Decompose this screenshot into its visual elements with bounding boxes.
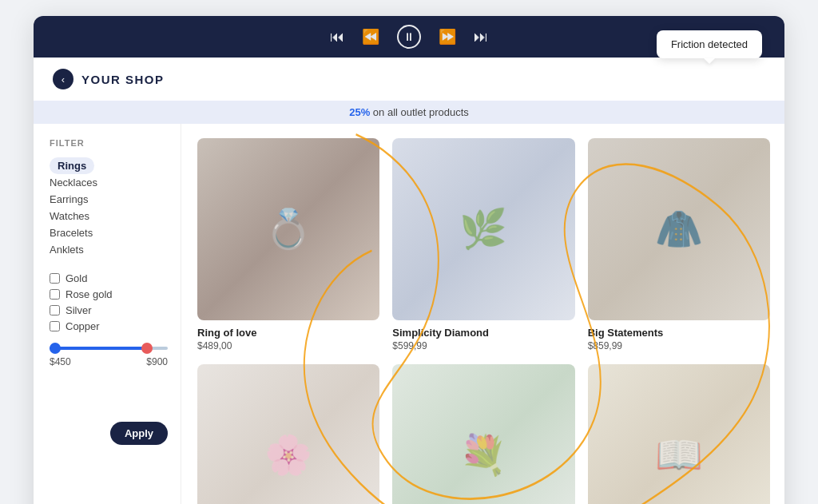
product-card-big-statements[interactable]: 🧥 Big Statements $859,99	[588, 138, 770, 351]
material-copper: Copper	[50, 320, 168, 332]
price-slider-track	[50, 347, 168, 350]
product-image-row2-2: 💐	[392, 364, 574, 504]
apply-button[interactable]: Apply	[110, 422, 168, 445]
product-card-simplicity-diamond[interactable]: 🌿 Simplicity Diamond $599,99	[392, 138, 574, 351]
skip-forward-button[interactable]: ⏭	[474, 30, 488, 44]
category-watches[interactable]: Watches	[50, 208, 168, 224]
product-image-row2-1: 🌸	[197, 364, 379, 504]
material-silver: Silver	[50, 304, 168, 316]
price-thumb-left[interactable]	[50, 343, 61, 354]
rewind-button[interactable]: ⏪	[362, 30, 379, 44]
app-window: Friction detected ⏮ ⏪ ⏸ ⏩ ⏭ ⚠ ‹ YOUR SHO…	[34, 16, 784, 504]
copper-label: Copper	[66, 320, 100, 332]
category-rings[interactable]: Rings	[50, 157, 94, 174]
friction-tooltip-text: Friction detected	[671, 38, 748, 50]
back-button[interactable]: ‹	[53, 69, 73, 89]
product-card-ring-of-love[interactable]: 💍 Ring of love $489,00	[197, 138, 379, 351]
price-min: $450	[50, 356, 71, 367]
silver-label: Silver	[66, 304, 92, 316]
product-card-row2-3[interactable]: 📖	[588, 364, 770, 504]
product-image-ring-of-love: 💍	[197, 138, 379, 320]
product-grid-area: 💍 Ring of love $489,00 🌿 Simplicity Diam…	[181, 124, 784, 504]
gold-label: Gold	[66, 272, 87, 284]
product-price-big-statements: $859,99	[588, 340, 770, 351]
friction-tooltip: Friction detected	[657, 30, 762, 58]
product-price-ring-of-love: $489,00	[197, 340, 379, 351]
checkbox-silver[interactable]	[50, 305, 60, 315]
price-max: $900	[146, 356, 168, 367]
product-name-ring-of-love: Ring of love	[197, 327, 379, 339]
product-image-row2-3: 📖	[588, 364, 770, 504]
playback-controls: ⏮ ⏪ ⏸ ⏩ ⏭	[330, 25, 488, 49]
rose-gold-label: Rose gold	[66, 288, 113, 300]
product-name-big-statements: Big Statements	[588, 327, 770, 339]
product-card-row2-1[interactable]: 🌸	[197, 364, 379, 504]
material-gold: Gold	[50, 272, 168, 284]
price-slider-fill	[50, 347, 144, 350]
checkbox-gold[interactable]	[50, 273, 60, 284]
material-filter: Gold Rose gold Silver Copper	[50, 272, 168, 332]
price-thumb-right[interactable]	[141, 343, 153, 354]
material-rose-gold: Rose gold	[50, 288, 168, 300]
promo-text: on all outlet products	[370, 106, 469, 118]
shop-title: YOUR SHOP	[81, 73, 165, 86]
product-image-simplicity-diamond: 🌿	[392, 138, 574, 320]
skip-back-button[interactable]: ⏮	[330, 30, 344, 44]
category-bracelets[interactable]: Bracelets	[50, 224, 168, 241]
main-content: FILTER Rings Necklaces Earrings Watches …	[34, 124, 784, 504]
checkbox-copper[interactable]	[50, 321, 60, 331]
fast-forward-button[interactable]: ⏩	[439, 30, 456, 44]
category-necklaces[interactable]: Necklaces	[50, 174, 168, 191]
promo-link[interactable]: 25%	[349, 106, 370, 118]
product-name-simplicity-diamond: Simplicity Diamond	[392, 327, 574, 339]
category-earrings[interactable]: Earrings	[50, 191, 168, 208]
product-grid: 💍 Ring of love $489,00 🌿 Simplicity Diam…	[197, 138, 770, 504]
filter-title: FILTER	[50, 138, 168, 148]
product-card-row2-2[interactable]: 💐	[392, 364, 574, 504]
checkbox-rose-gold[interactable]	[50, 289, 60, 300]
product-price-simplicity-diamond: $599,99	[392, 340, 574, 351]
sidebar-filter: FILTER Rings Necklaces Earrings Watches …	[34, 124, 181, 504]
product-image-big-statements: 🧥	[588, 138, 770, 320]
promo-bar: 25% on all outlet products	[34, 101, 784, 124]
shop-header: ‹ YOUR SHOP	[34, 58, 784, 101]
category-list: Rings Necklaces Earrings Watches Bracele…	[50, 157, 168, 258]
category-anklets[interactable]: Anklets	[50, 241, 168, 258]
price-range: $450 $900	[50, 347, 168, 367]
back-icon: ‹	[62, 73, 65, 85]
pause-button[interactable]: ⏸	[397, 25, 421, 49]
